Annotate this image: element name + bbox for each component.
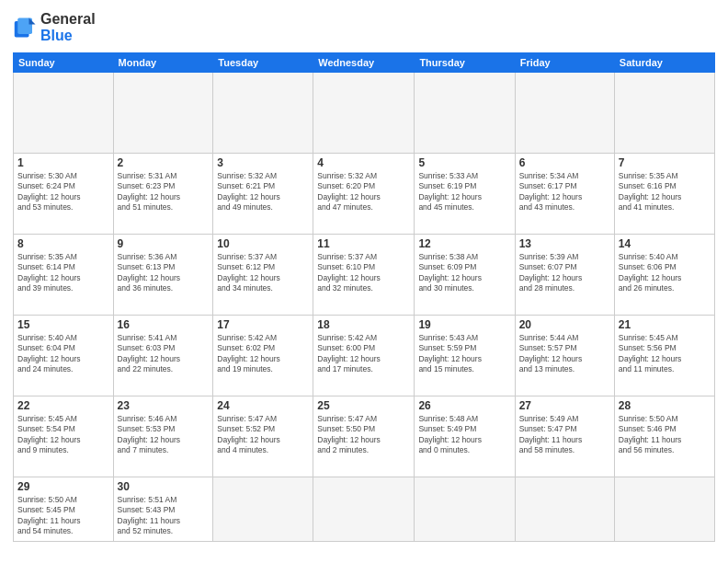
table-row: 18Sunrise: 5:42 AMSunset: 6:00 PMDayligh…: [313, 315, 415, 396]
day-number: 13: [519, 237, 610, 250]
day-number: 11: [317, 237, 410, 250]
day-number: 16: [118, 318, 210, 331]
day-number: 18: [317, 318, 410, 331]
day-info: Sunrise: 5:50 AMSunset: 5:46 PMDaylight:…: [619, 414, 711, 456]
col-thursday: Thursday: [415, 52, 515, 72]
day-number: 27: [519, 399, 610, 412]
table-row: 23Sunrise: 5:46 AMSunset: 5:53 PMDayligh…: [113, 396, 213, 477]
day-number: 17: [217, 318, 309, 331]
table-row: 13Sunrise: 5:39 AMSunset: 6:07 PMDayligh…: [515, 234, 614, 315]
day-info: Sunrise: 5:31 AMSunset: 6:23 PMDaylight:…: [118, 171, 210, 213]
table-row: 20Sunrise: 5:44 AMSunset: 5:57 PMDayligh…: [515, 315, 614, 396]
calendar-week-row: [14, 72, 715, 153]
day-info: Sunrise: 5:47 AMSunset: 5:52 PMDaylight:…: [217, 414, 309, 456]
logo: General Blue: [13, 11, 96, 45]
table-row: 27Sunrise: 5:49 AMSunset: 5:47 PMDayligh…: [515, 396, 614, 477]
day-info: Sunrise: 5:40 AMSunset: 6:04 PMDaylight:…: [17, 333, 109, 375]
table-row: 17Sunrise: 5:42 AMSunset: 6:02 PMDayligh…: [213, 315, 313, 396]
day-info: Sunrise: 5:44 AMSunset: 5:57 PMDaylight:…: [519, 333, 610, 375]
day-number: 21: [619, 318, 711, 331]
col-tuesday: Tuesday: [213, 52, 313, 72]
day-info: Sunrise: 5:43 AMSunset: 5:59 PMDaylight:…: [418, 333, 510, 375]
calendar-week-row: 29Sunrise: 5:50 AMSunset: 5:45 PMDayligh…: [14, 477, 715, 541]
day-number: 22: [17, 399, 109, 412]
table-row: 14Sunrise: 5:40 AMSunset: 6:06 PMDayligh…: [614, 234, 714, 315]
table-row: 1Sunrise: 5:30 AMSunset: 6:24 PMDaylight…: [14, 153, 114, 234]
day-info: Sunrise: 5:38 AMSunset: 6:09 PMDaylight:…: [418, 252, 510, 294]
day-number: 25: [317, 399, 410, 412]
table-row: 4Sunrise: 5:32 AMSunset: 6:20 PMDaylight…: [313, 153, 415, 234]
day-number: 2: [118, 156, 210, 169]
table-row: 30Sunrise: 5:51 AMSunset: 5:43 PMDayligh…: [113, 477, 213, 541]
table-row: 2Sunrise: 5:31 AMSunset: 6:23 PMDaylight…: [113, 153, 213, 234]
day-number: 29: [17, 480, 109, 493]
day-number: 24: [217, 399, 309, 412]
col-monday: Monday: [113, 52, 213, 72]
day-number: 3: [217, 156, 309, 169]
calendar-week-row: 22Sunrise: 5:45 AMSunset: 5:54 PMDayligh…: [14, 396, 715, 477]
day-number: 7: [619, 156, 711, 169]
table-row: [113, 72, 213, 153]
table-row: [213, 72, 313, 153]
table-row: 8Sunrise: 5:35 AMSunset: 6:14 PMDaylight…: [14, 234, 114, 315]
day-info: Sunrise: 5:32 AMSunset: 6:20 PMDaylight:…: [317, 171, 410, 213]
table-row: 15Sunrise: 5:40 AMSunset: 6:04 PMDayligh…: [14, 315, 114, 396]
day-number: 8: [17, 237, 109, 250]
day-info: Sunrise: 5:36 AMSunset: 6:13 PMDaylight:…: [118, 252, 210, 294]
day-info: Sunrise: 5:34 AMSunset: 6:17 PMDaylight:…: [519, 171, 610, 213]
day-number: 4: [317, 156, 410, 169]
table-row: 6Sunrise: 5:34 AMSunset: 6:17 PMDaylight…: [515, 153, 614, 234]
table-row: 12Sunrise: 5:38 AMSunset: 6:09 PMDayligh…: [415, 234, 515, 315]
table-row: 11Sunrise: 5:37 AMSunset: 6:10 PMDayligh…: [313, 234, 415, 315]
day-info: Sunrise: 5:35 AMSunset: 6:16 PMDaylight:…: [619, 171, 711, 213]
day-number: 14: [619, 237, 711, 250]
day-info: Sunrise: 5:42 AMSunset: 6:00 PMDaylight:…: [317, 333, 410, 375]
logo-icon: [13, 15, 39, 40]
table-row: 7Sunrise: 5:35 AMSunset: 6:16 PMDaylight…: [614, 153, 714, 234]
svg-marker-2: [29, 18, 36, 25]
day-info: Sunrise: 5:50 AMSunset: 5:45 PMDaylight:…: [17, 495, 109, 537]
col-saturday: Saturday: [614, 52, 714, 72]
table-row: 22Sunrise: 5:45 AMSunset: 5:54 PMDayligh…: [14, 396, 114, 477]
table-row: [313, 477, 415, 541]
table-row: 25Sunrise: 5:47 AMSunset: 5:50 PMDayligh…: [313, 396, 415, 477]
table-row: 28Sunrise: 5:50 AMSunset: 5:46 PMDayligh…: [614, 396, 714, 477]
day-info: Sunrise: 5:37 AMSunset: 6:12 PMDaylight:…: [217, 252, 309, 294]
calendar-week-row: 15Sunrise: 5:40 AMSunset: 6:04 PMDayligh…: [14, 315, 715, 396]
table-row: [14, 72, 114, 153]
day-info: Sunrise: 5:32 AMSunset: 6:21 PMDaylight:…: [217, 171, 309, 213]
day-number: 1: [17, 156, 109, 169]
day-number: 15: [17, 318, 109, 331]
page-header: General Blue: [13, 11, 715, 45]
table-row: [415, 477, 515, 541]
day-number: 23: [118, 399, 210, 412]
day-number: 9: [118, 237, 210, 250]
table-row: [515, 72, 614, 153]
table-row: [213, 477, 313, 541]
day-info: Sunrise: 5:39 AMSunset: 6:07 PMDaylight:…: [519, 252, 610, 294]
table-row: 3Sunrise: 5:32 AMSunset: 6:21 PMDaylight…: [213, 153, 313, 234]
day-info: Sunrise: 5:46 AMSunset: 5:53 PMDaylight:…: [118, 414, 210, 456]
day-info: Sunrise: 5:40 AMSunset: 6:06 PMDaylight:…: [619, 252, 711, 294]
day-number: 10: [217, 237, 309, 250]
day-number: 20: [519, 318, 610, 331]
day-info: Sunrise: 5:48 AMSunset: 5:49 PMDaylight:…: [418, 414, 510, 456]
day-info: Sunrise: 5:45 AMSunset: 5:54 PMDaylight:…: [17, 414, 109, 456]
table-row: 24Sunrise: 5:47 AMSunset: 5:52 PMDayligh…: [213, 396, 313, 477]
day-number: 19: [418, 318, 510, 331]
day-info: Sunrise: 5:35 AMSunset: 6:14 PMDaylight:…: [17, 252, 109, 294]
day-info: Sunrise: 5:41 AMSunset: 6:03 PMDaylight:…: [118, 333, 210, 375]
day-number: 5: [418, 156, 510, 169]
day-info: Sunrise: 5:49 AMSunset: 5:47 PMDaylight:…: [519, 414, 610, 456]
col-friday: Friday: [515, 52, 614, 72]
logo-general: General: [40, 11, 96, 28]
table-row: [515, 477, 614, 541]
table-row: 10Sunrise: 5:37 AMSunset: 6:12 PMDayligh…: [213, 234, 313, 315]
table-row: 29Sunrise: 5:50 AMSunset: 5:45 PMDayligh…: [14, 477, 114, 541]
day-info: Sunrise: 5:30 AMSunset: 6:24 PMDaylight:…: [17, 171, 109, 213]
table-row: [614, 72, 714, 153]
col-wednesday: Wednesday: [313, 52, 415, 72]
day-info: Sunrise: 5:33 AMSunset: 6:19 PMDaylight:…: [418, 171, 510, 213]
table-row: [313, 72, 415, 153]
table-row: 21Sunrise: 5:45 AMSunset: 5:56 PMDayligh…: [614, 315, 714, 396]
